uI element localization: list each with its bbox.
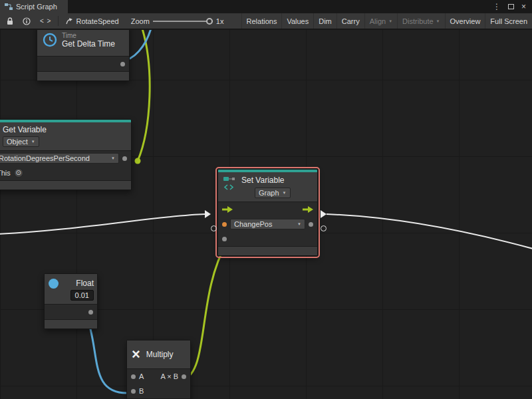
unity-script-graph-window: Script Graph ⋮ × < > (0, 0, 532, 399)
value-input-port[interactable] (222, 222, 227, 227)
caret-down-icon: ▼ (297, 222, 301, 226)
zoom-value: 1x (216, 17, 224, 25)
node-footer (37, 72, 129, 80)
input-port-b[interactable] (131, 389, 136, 394)
clock-icon (42, 32, 58, 48)
unconnected-port-right[interactable] (321, 225, 327, 231)
wire-blue-float-to-multiply[interactable] (88, 322, 130, 393)
graph-canvas[interactable]: Time Get Delta Time Get Variable Object … (0, 30, 532, 399)
distribute-button: Distribute ▼ (397, 13, 444, 29)
node-title: Get Variable (3, 125, 126, 134)
variable-scope-dropdown[interactable]: Graph ▼ (255, 188, 291, 198)
wire-green-get-variable-up[interactable] (138, 30, 150, 161)
node-category: Time (62, 32, 115, 39)
zoom-slider[interactable] (153, 21, 213, 22)
value-output-port[interactable] (309, 222, 313, 227)
flow-wire-arrow-right[interactable] (321, 210, 327, 218)
wire-white-into-set-variable[interactable] (0, 214, 205, 234)
flow-wire-arrow-left[interactable] (205, 210, 211, 218)
lock-icon[interactable] (7, 17, 13, 25)
zoom-slider-knob[interactable] (206, 18, 213, 25)
tab-title: Script Graph (16, 3, 57, 11)
object-picker-icon[interactable]: ⊙ (14, 168, 23, 178)
variable-name-dropdown[interactable]: ChangePos ▼ (230, 219, 305, 229)
node-title: Float (63, 279, 94, 288)
toolbar-buttons: Relations Values Dim Carry Align ▼ Distr… (241, 13, 532, 29)
close-icon[interactable]: × (521, 2, 526, 11)
node-title: Multiply (146, 350, 174, 359)
info-icon[interactable] (23, 17, 31, 25)
output-port[interactable] (182, 374, 186, 379)
unconnected-port-left[interactable] (211, 225, 217, 231)
port-b-label: B (139, 387, 144, 395)
overview-button[interactable]: Overview (445, 13, 485, 29)
output-port[interactable] (120, 62, 125, 66)
graph-asset-icon (65, 17, 73, 25)
node-get-variable[interactable]: Get Variable Object ▼ RotationDegreesPer… (0, 119, 132, 190)
window-controls: ⋮ × (493, 0, 532, 13)
zoom-label: Zoom (131, 17, 150, 25)
variable-name-dropdown[interactable]: RotationDegreesPerSecond ▼ (0, 153, 119, 164)
target-label: This (0, 169, 11, 177)
node-float[interactable]: Float 0.01 (44, 273, 98, 329)
tab-script-graph[interactable]: Script Graph (0, 0, 68, 13)
input-port-a[interactable] (131, 374, 136, 379)
multiply-icon: × (132, 348, 140, 360)
dim-button[interactable]: Dim (313, 13, 336, 29)
graph-name: RotateSpeed (76, 17, 118, 25)
input-port[interactable] (222, 237, 227, 241)
full-screen-button[interactable]: Full Screen (485, 13, 532, 29)
graph-breadcrumb[interactable]: RotateSpeed (59, 17, 125, 25)
caret-down-icon: ▼ (436, 19, 440, 23)
menu-icon[interactable]: ⋮ (493, 2, 501, 11)
output-port[interactable] (88, 310, 93, 315)
wire-white-out-of-set-variable[interactable] (327, 214, 532, 249)
green-wire-endpoint-dot[interactable] (135, 158, 141, 164)
caret-down-icon: ▼ (388, 19, 392, 23)
node-multiply[interactable]: × Multiply A A × B B (126, 340, 191, 399)
relations-button[interactable]: Relations (241, 13, 282, 29)
node-title: Get Delta Time (62, 39, 115, 49)
maximize-icon[interactable] (508, 4, 514, 9)
result-label: A × B (160, 372, 178, 380)
graph-toolbar: < > RotateSpeed Zoom 1x Relations Values… (0, 13, 532, 29)
node-footer (45, 320, 97, 329)
align-button: Align ▼ (364, 13, 397, 29)
carry-button[interactable]: Carry (336, 13, 364, 29)
values-button[interactable]: Values (281, 13, 313, 29)
node-set-variable[interactable]: Set Variable Graph ▼ (217, 169, 318, 256)
toolbar-left-icons: < > (0, 17, 58, 25)
node-footer (218, 247, 317, 255)
node-get-delta-time[interactable]: Time Get Delta Time (37, 30, 130, 81)
code-brackets-icon[interactable]: < > (40, 17, 51, 25)
node-title: Set Variable (241, 176, 291, 185)
zoom-control: Zoom 1x (126, 17, 229, 25)
output-port[interactable] (122, 156, 127, 161)
node-footer (0, 181, 131, 190)
caret-down-icon: ▼ (31, 140, 35, 144)
script-graph-icon (5, 3, 13, 11)
variable-scope-dropdown[interactable]: Object ▼ (3, 136, 39, 147)
flow-input-arrow[interactable] (222, 206, 233, 213)
set-variable-icon (223, 176, 237, 192)
flow-output-arrow[interactable] (303, 206, 313, 213)
float-value-field[interactable]: 0.01 (70, 290, 94, 301)
caret-down-icon: ▼ (111, 156, 115, 160)
caret-down-icon: ▼ (283, 191, 287, 195)
float-type-icon (49, 279, 59, 289)
port-a-label: A (139, 372, 144, 380)
tab-bar: Script Graph ⋮ × (0, 0, 532, 13)
